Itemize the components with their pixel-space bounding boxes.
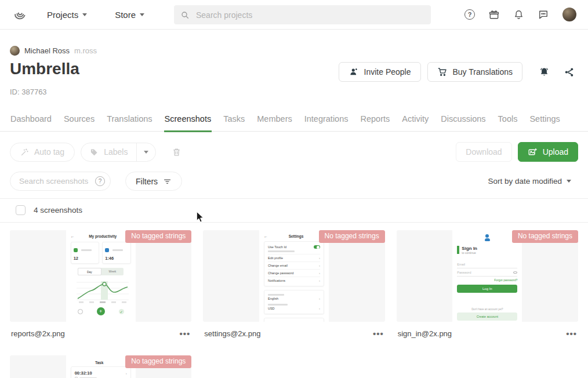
download-button[interactable]: Download [456, 142, 511, 162]
screenshot-thumbnail[interactable]: No tagged strings Sign In to continue Em… [397, 230, 578, 322]
tab-sources[interactable]: Sources [63, 111, 95, 132]
project-tabs: Dashboard Sources Translations Screensho… [0, 111, 588, 132]
upload-label: Upload [543, 147, 568, 157]
card-menu-button[interactable]: ••• [373, 331, 384, 337]
screenshots-grid: No tagged strings ← My productivity 12 [10, 230, 578, 378]
gift-icon[interactable] [488, 9, 500, 20]
filters-button[interactable]: Filters [125, 172, 182, 191]
buy-translations-button[interactable]: Buy Translations [427, 62, 523, 82]
screenshot-card-sign-in: No tagged strings Sign In to continue Em… [397, 230, 578, 338]
chevron-down-icon [140, 13, 144, 16]
screenshot-filename[interactable]: sign_in@2x.png [398, 329, 452, 338]
history-icon [78, 309, 83, 314]
thumb-title: Task [71, 361, 128, 365]
invite-people-button[interactable]: Invite People [339, 62, 421, 82]
owner-name[interactable]: Michael Ross [24, 46, 70, 55]
nav-projects[interactable]: Projects [47, 10, 87, 20]
search-input[interactable] [195, 10, 424, 20]
share-icon[interactable] [560, 67, 578, 78]
screenshot-count: 4 screenshots [34, 206, 82, 215]
sign-in-title: Sign In [462, 246, 477, 251]
owner-avatar[interactable] [10, 46, 20, 56]
bell-icon[interactable] [513, 9, 524, 20]
tab-integrations[interactable]: Integrations [304, 111, 349, 132]
magic-wand-icon [20, 148, 29, 157]
no-tagged-strings-badge: No tagged strings [319, 230, 385, 243]
project-id: ID: 387763 [10, 88, 578, 96]
time-icon [105, 248, 109, 252]
download-label: Download [466, 147, 502, 157]
screenshot-filename[interactable]: settings@2x.png [204, 329, 260, 338]
filter-icon [163, 177, 172, 186]
delete-icon[interactable] [172, 147, 182, 157]
thumb-content: Sign In to continue Email Password Forgo… [452, 230, 522, 322]
tab-reports[interactable]: Reports [360, 111, 391, 132]
back-arrow-icon: ← [264, 234, 268, 238]
tab-settings[interactable]: Settings [529, 111, 560, 132]
thumb-title: Settings [268, 234, 324, 238]
owner-username: m.ross [74, 46, 97, 55]
stat-value: 12 [74, 256, 97, 261]
labels-split-button: Labels [81, 143, 156, 162]
screenshot-filename[interactable]: reports@2x.png [11, 329, 65, 338]
labels-button[interactable]: Labels [81, 143, 136, 161]
add-fab-icon: + [97, 307, 105, 315]
top-navbar: Projects Store ? [0, 0, 588, 30]
upload-button[interactable]: Upload [518, 142, 578, 162]
tab-discussions[interactable]: Discussions [440, 111, 486, 132]
chevron-down-icon [144, 151, 148, 154]
cart-icon [437, 67, 448, 77]
screenshot-search[interactable]: ? [10, 172, 111, 191]
chevron-down-icon [567, 180, 571, 183]
filters-label: Filters [136, 177, 158, 186]
sort-button[interactable]: Sort by date modified [488, 177, 578, 186]
toggle-on [314, 245, 320, 249]
screenshot-search-input[interactable] [18, 176, 92, 186]
nav-projects-label: Projects [47, 10, 78, 20]
card-menu-button[interactable]: ••• [566, 331, 577, 337]
tab-screenshots[interactable]: Screenshots [164, 111, 212, 132]
screenshot-thumbnail[interactable]: No tagged strings Task ⌄ 00:32:10 › [10, 355, 191, 378]
tab-activity[interactable]: Activity [401, 111, 429, 132]
auto-tag-button[interactable]: Auto tag [10, 143, 75, 162]
labels-label: Labels [104, 147, 128, 157]
invite-people-label: Invite People [364, 67, 411, 77]
stat-tile: 12 [71, 242, 100, 264]
touch-id-label: Use Touch Id [268, 245, 286, 249]
nav-store[interactable]: Store [115, 10, 144, 20]
page-title: Umbrella [10, 60, 79, 78]
thumb-title: My productivity [75, 234, 131, 238]
global-search[interactable] [174, 5, 431, 24]
day-week-toggle: Day Week [78, 268, 124, 275]
screenshot-thumbnail[interactable]: No tagged strings ← Settings Use Touch I… [203, 230, 384, 322]
no-tagged-strings-badge: No tagged strings [125, 230, 191, 243]
back-arrow-icon: ← [71, 234, 75, 238]
messages-icon[interactable] [538, 9, 549, 20]
select-all-checkbox[interactable] [16, 205, 26, 215]
tab-dashboard[interactable]: Dashboard [10, 111, 52, 132]
watch-project-bell-icon[interactable] [535, 66, 554, 78]
divider [0, 222, 588, 223]
labels-dropdown-button[interactable] [136, 143, 155, 161]
tab-tasks[interactable]: Tasks [223, 111, 245, 132]
user-avatar[interactable] [562, 8, 576, 21]
no-tagged-strings-badge: No tagged strings [125, 355, 191, 368]
create-account-button: Create account [457, 312, 517, 321]
log-in-button: Log In [457, 285, 517, 293]
done-icon: ✓ [119, 309, 124, 314]
screenshot-thumbnail[interactable]: No tagged strings ← My productivity 12 [10, 230, 191, 322]
task-icon [74, 248, 78, 252]
buy-translations-label: Buy Translations [453, 67, 513, 77]
search-help-icon[interactable]: ? [95, 176, 105, 186]
tab-tools[interactable]: Tools [498, 111, 518, 132]
crowdin-logo[interactable] [12, 7, 27, 23]
card-menu-button[interactable]: ••• [180, 331, 191, 337]
chevron-down-icon [82, 13, 87, 16]
search-icon [180, 10, 190, 20]
show-password-icon [513, 271, 517, 274]
tab-translations[interactable]: Translations [106, 111, 153, 132]
tab-members[interactable]: Members [256, 111, 292, 132]
nav-store-label: Store [115, 10, 136, 20]
stat-value: 1:46 [105, 256, 128, 261]
help-icon[interactable]: ? [464, 9, 475, 20]
